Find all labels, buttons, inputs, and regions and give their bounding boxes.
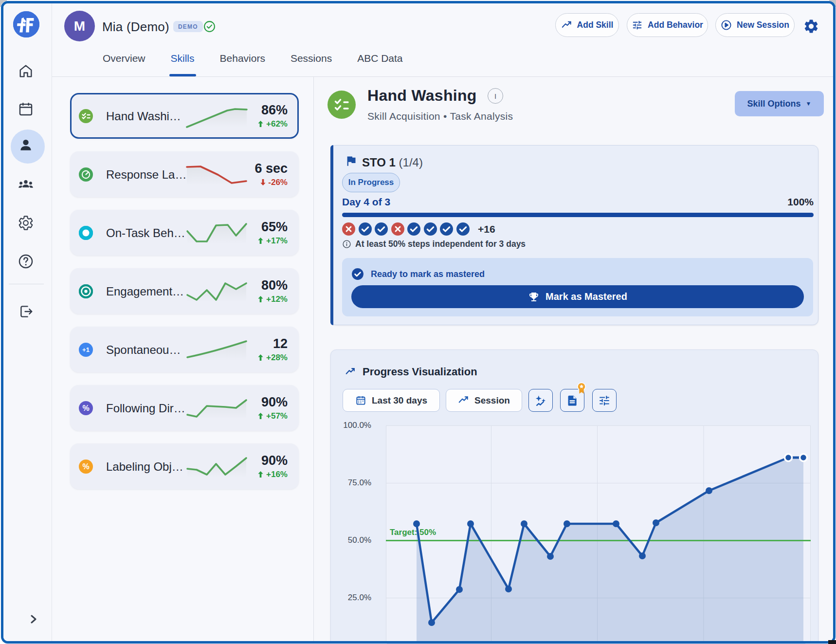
svg-text:Target: 50%: Target: 50% <box>390 528 436 537</box>
